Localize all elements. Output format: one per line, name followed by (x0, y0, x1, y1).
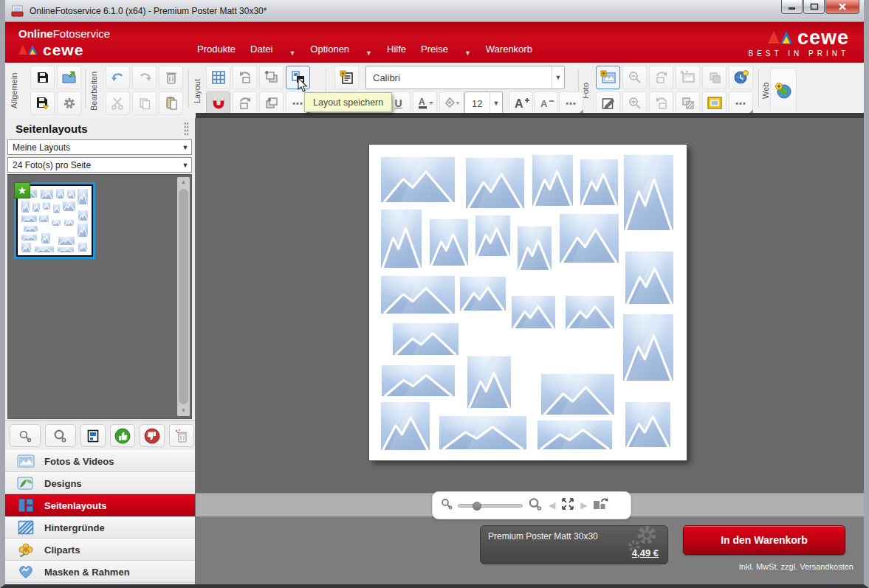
zoom-slider[interactable] (458, 504, 523, 508)
paste-button[interactable] (159, 91, 183, 115)
menu-warenkorb[interactable]: Warenkorb (478, 41, 540, 57)
photo-frame-button[interactable] (702, 91, 727, 115)
photo-placeholder[interactable] (439, 415, 527, 450)
cut-button[interactable] (106, 91, 130, 115)
add-text-button[interactable] (334, 66, 359, 89)
font-size-select[interactable]: 12 ▼ (464, 91, 503, 115)
photo-placeholder[interactable] (517, 226, 552, 271)
menu-dropdown-icon[interactable]: ▼ (365, 49, 372, 57)
font-family-select[interactable]: Calibri ▼ (365, 66, 565, 89)
zoom-in-icon[interactable] (528, 497, 543, 514)
rotate-left-button[interactable] (233, 66, 257, 89)
redo-button[interactable] (132, 66, 157, 89)
menu-optionen[interactable]: Optionen▼ (303, 41, 379, 57)
photo-rotate-left-button[interactable] (649, 91, 673, 115)
grid-button[interactable] (206, 66, 230, 89)
sidebar-item-background[interactable]: Hintergründe (5, 516, 195, 539)
photo-placeholder[interactable] (580, 159, 619, 206)
photo-placeholder[interactable] (467, 356, 512, 409)
photo-more-button[interactable]: ••• (729, 91, 753, 115)
thumbnails-scrollbar[interactable]: ▲ ▼ (177, 177, 190, 416)
close-button[interactable] (825, 0, 859, 14)
photo-placeholder[interactable] (392, 322, 459, 356)
sidebar-item-photo[interactable]: Fotos & Videos (5, 450, 195, 472)
photo-enhance-button[interactable] (676, 66, 700, 89)
photo-placeholder[interactable] (625, 251, 674, 305)
save-button[interactable] (30, 66, 55, 89)
web-upload-button[interactable] (770, 68, 797, 114)
photo-rotate-right-button[interactable] (649, 66, 673, 89)
fit-to-screen-icon[interactable] (560, 497, 575, 513)
poster-page[interactable] (369, 145, 687, 460)
photo-placeholder[interactable] (380, 275, 456, 314)
photo-zoom-out-button[interactable] (622, 66, 647, 89)
previous-page-icon[interactable]: ◀ (549, 500, 555, 511)
photo-placeholder[interactable] (532, 154, 574, 207)
bring-forward-button[interactable] (259, 91, 284, 115)
snap-magnet-button[interactable] (206, 91, 230, 115)
photo-placeholder[interactable] (459, 276, 506, 311)
save-as-button[interactable] (30, 91, 55, 115)
photo-placeholder[interactable] (623, 154, 674, 231)
photo-placeholder[interactable] (380, 209, 422, 269)
sidebar-item-layout[interactable]: Seitenlayouts (5, 494, 195, 516)
thumbnails-smaller-button[interactable] (10, 424, 41, 447)
chevron-down-icon[interactable]: ▼ (179, 158, 191, 172)
photo-placeholder[interactable] (465, 157, 525, 209)
rate-down-button[interactable] (140, 424, 165, 447)
layout-source-select[interactable]: Meine Layouts ▼ (7, 139, 192, 155)
copy-button[interactable] (132, 91, 157, 115)
layout-details-button[interactable] (80, 424, 106, 447)
open-button[interactable] (57, 66, 81, 89)
sidebar-item-mask[interactable]: Masken & Rahmen (5, 561, 195, 583)
photo-fill-pattern-button[interactable] (676, 91, 700, 115)
maximize-button[interactable] (803, 0, 825, 14)
next-page-icon[interactable]: ▶ (580, 500, 587, 511)
sidebar-item-clipart[interactable]: Cliparts (5, 539, 195, 561)
photo-zoom-in-button[interactable] (622, 91, 647, 115)
photo-edit-button[interactable] (596, 91, 620, 115)
menu-hilfe[interactable]: Hilfe (379, 41, 413, 57)
photo-placeholder[interactable] (565, 295, 615, 329)
fill-color-button[interactable] (439, 91, 464, 115)
photo-placeholder[interactable] (540, 373, 615, 415)
scroll-up-icon[interactable]: ▲ (177, 177, 190, 187)
menu-preise[interactable]: Preise▼ (413, 41, 478, 57)
photo-placeholder[interactable] (380, 401, 430, 451)
layout-thumbnail-selected[interactable]: ★ (14, 182, 95, 259)
photo-placeholder[interactable] (381, 364, 456, 397)
delete-button[interactable] (159, 66, 183, 89)
increase-font-button[interactable]: A (509, 91, 533, 115)
photo-placeholder[interactable] (380, 156, 456, 203)
minimize-button[interactable] (781, 0, 803, 14)
add-photo-button[interactable] (596, 66, 620, 89)
chevron-down-icon[interactable]: ▼ (490, 92, 502, 114)
menu-datei[interactable]: Datei▼ (243, 41, 303, 57)
zoom-out-icon[interactable] (440, 498, 453, 513)
menu-produkte[interactable]: Produkte (190, 41, 243, 57)
sidebar-item-design[interactable]: Designs (5, 472, 195, 494)
photo-placeholder[interactable] (537, 420, 613, 450)
scroll-down-icon[interactable]: ▼ (177, 406, 190, 416)
delete-layout-button[interactable] (169, 424, 194, 447)
photos-per-page-select[interactable]: 24 Foto(s) pro Seite ▼ (7, 157, 192, 173)
photo-duplicate-button[interactable] (702, 66, 727, 89)
undo-button[interactable] (106, 66, 130, 89)
menu-dropdown-icon[interactable]: ▼ (289, 49, 295, 57)
font-color-button[interactable]: A (413, 91, 437, 115)
editor-canvas[interactable] (196, 118, 864, 493)
photo-datetime-button[interactable] (729, 66, 753, 89)
photo-placeholder[interactable] (622, 314, 674, 381)
chevron-down-icon[interactable]: ▼ (552, 66, 564, 89)
photo-placeholder[interactable] (559, 213, 619, 263)
rotate-page-icon[interactable] (592, 497, 608, 514)
menu-dropdown-icon[interactable]: ▼ (464, 49, 471, 57)
settings-button[interactable] (57, 91, 81, 115)
decrease-font-button[interactable]: A (534, 91, 558, 115)
product-price[interactable]: 4,49 € (632, 547, 659, 558)
photo-placeholder[interactable] (625, 401, 671, 448)
panel-grip-handle[interactable] (184, 122, 189, 136)
scrollbar-thumb[interactable] (179, 189, 188, 404)
rate-up-button[interactable] (110, 424, 135, 447)
chevron-down-icon[interactable]: ▼ (179, 140, 191, 154)
